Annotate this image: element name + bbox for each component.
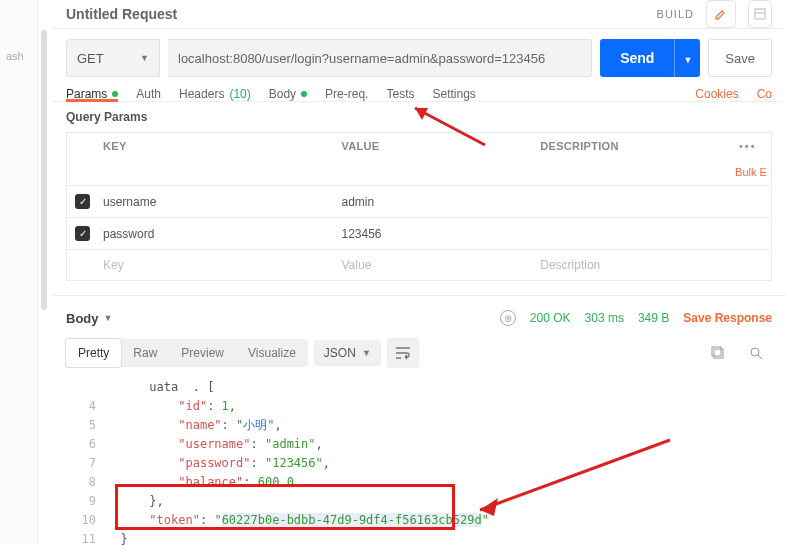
code-line: 10 "token": "60227b0e-bdbb-47d9-9df4-f56… (66, 511, 772, 530)
query-params-heading: Query Params (52, 102, 786, 132)
format-label: JSON (324, 346, 356, 360)
cell-value[interactable]: 123456 (334, 219, 533, 249)
tab-auth[interactable]: Auth (136, 87, 161, 101)
svg-rect-0 (755, 9, 765, 19)
method-select[interactable]: GET ▼ (66, 39, 160, 77)
url-input[interactable]: localhost:8080/user/login?username=admin… (168, 39, 592, 77)
cell-desc-placeholder[interactable]: Description (532, 250, 731, 280)
tab-label: Auth (136, 87, 161, 101)
chevron-down-icon: ▼ (104, 313, 113, 323)
tab-label: Headers (179, 87, 224, 101)
tab-body[interactable]: Body (269, 87, 307, 101)
cell-key-placeholder[interactable]: Key (95, 250, 334, 280)
response-bar: Body ▼ ⊕ 200 OK 303 ms 349 B Save Respon… (52, 295, 786, 334)
view-preview[interactable]: Preview (169, 339, 236, 367)
response-body-label: Body (66, 311, 99, 326)
tab-label: Tests (386, 87, 414, 101)
chevron-down-icon: ▼ (683, 55, 692, 65)
chevron-down-icon: ▼ (140, 53, 149, 63)
tab-headers[interactable]: Headers (10) (179, 87, 251, 101)
cell-value[interactable]: admin (334, 187, 533, 217)
cell-key[interactable]: username (95, 187, 334, 217)
header: Untitled Request BUILD (52, 0, 786, 29)
view-mode-segment: Pretty Raw Preview Visualize (66, 339, 308, 367)
send-group: Send ▼ (600, 39, 700, 77)
code-line: 5 "name": "小明", (66, 416, 772, 435)
tab-label: Pre-req. (325, 87, 368, 101)
tab-tests[interactable]: Tests (386, 87, 414, 101)
panel-button[interactable] (748, 0, 772, 28)
request-row: GET ▼ localhost:8080/user/login?username… (52, 29, 786, 87)
col-key: KEY (95, 133, 334, 159)
save-button[interactable]: Save (708, 39, 772, 77)
request-title: Untitled Request (66, 6, 645, 22)
status-dot-icon (301, 91, 307, 97)
code-line: 4 "id": 1, (66, 397, 772, 416)
status-dot-icon (112, 91, 118, 97)
col-desc: DESCRIPTION (532, 133, 731, 159)
pencil-icon (714, 7, 728, 21)
response-size: 349 B (638, 311, 669, 325)
code-line: uata . [ (66, 378, 772, 397)
tab-settings[interactable]: Settings (432, 87, 475, 101)
tab-label: Settings (432, 87, 475, 101)
view-visualize[interactable]: Visualize (236, 339, 308, 367)
send-button[interactable]: Send (600, 39, 674, 77)
response-body-tab[interactable]: Body ▼ (66, 311, 112, 326)
scroll-gutter (38, 0, 52, 545)
svg-rect-3 (712, 347, 721, 356)
code-line: 7 "password": "123456", (66, 454, 772, 473)
col-value: VALUE (334, 133, 533, 159)
left-rail-label: ash (6, 50, 24, 62)
cookies-link[interactable]: Cookies (695, 87, 738, 101)
chevron-down-icon: ▼ (362, 348, 371, 358)
svg-rect-2 (714, 349, 723, 358)
search-icon (749, 346, 763, 360)
build-label[interactable]: BUILD (657, 8, 694, 20)
svg-line-5 (758, 355, 762, 359)
cell-desc[interactable] (532, 194, 731, 210)
tab-label: Params (66, 87, 107, 101)
code-line: 11 } (66, 530, 772, 545)
wrap-button[interactable] (387, 338, 419, 368)
left-rail: ash (0, 0, 38, 545)
headers-count: (10) (229, 87, 250, 101)
send-dropdown[interactable]: ▼ (674, 39, 700, 77)
viewer-row: Pretty Raw Preview Visualize JSON ▼ (52, 334, 786, 374)
cell-value-placeholder[interactable]: Value (334, 250, 533, 280)
wrap-icon (395, 346, 411, 360)
bulk-edit-link[interactable]: Bulk E (731, 159, 771, 185)
cell-desc[interactable] (532, 226, 731, 242)
edit-button[interactable] (706, 0, 736, 28)
table-row-new: Key Value Description (67, 249, 771, 280)
status-code: 200 OK (530, 311, 571, 325)
code-link[interactable]: Co (757, 87, 772, 101)
view-pretty[interactable]: Pretty (66, 339, 121, 367)
view-raw[interactable]: Raw (121, 339, 169, 367)
globe-icon[interactable]: ⊕ (500, 310, 516, 326)
scroll-thumb[interactable] (41, 30, 47, 310)
copy-icon (711, 346, 725, 360)
tab-prereq[interactable]: Pre-req. (325, 87, 368, 101)
table-row: ✓ username admin (67, 185, 771, 217)
request-tabs: Params Auth Headers (10) Body Pre-req. T… (52, 87, 786, 102)
code-line: 9 }, (66, 492, 772, 511)
table-row: ✓ password 123456 (67, 217, 771, 249)
search-button[interactable] (740, 338, 772, 368)
cell-key[interactable]: password (95, 219, 334, 249)
response-time: 303 ms (585, 311, 624, 325)
query-params-table: KEY VALUE DESCRIPTION ••• Bulk E ✓ usern… (66, 132, 772, 281)
panel-icon (754, 8, 766, 20)
svg-point-4 (751, 348, 759, 356)
method-label: GET (77, 51, 104, 66)
tab-label: Body (269, 87, 296, 101)
checkbox[interactable]: ✓ (75, 226, 90, 241)
checkbox[interactable]: ✓ (75, 194, 90, 209)
save-response-link[interactable]: Save Response (683, 311, 772, 325)
format-select[interactable]: JSON ▼ (314, 340, 381, 366)
response-code[interactable]: uata . [4 "id": 1,5 "name": "小明",6 "user… (66, 378, 772, 545)
code-line: 6 "username": "admin", (66, 435, 772, 454)
tab-params[interactable]: Params (66, 87, 118, 101)
more-icon[interactable]: ••• (739, 140, 757, 152)
copy-button[interactable] (702, 338, 734, 368)
